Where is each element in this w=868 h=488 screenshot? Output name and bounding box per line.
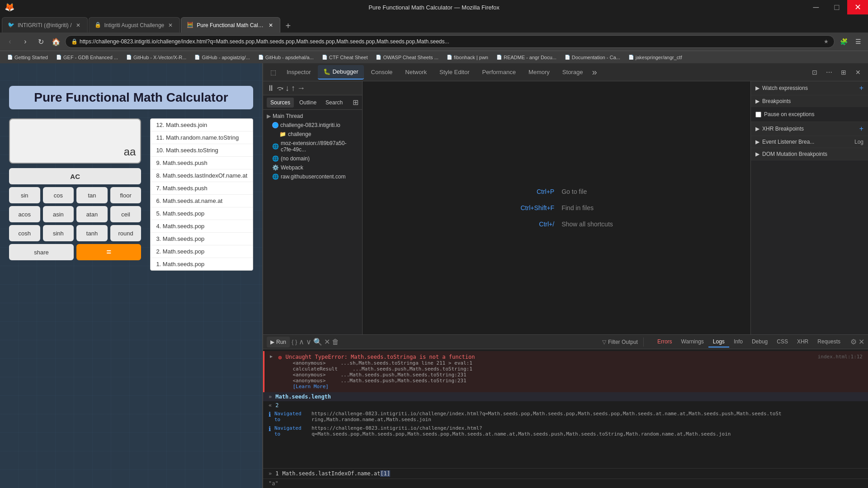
dropdown-item-1[interactable]: 1. Math.seeds.pop — [151, 258, 253, 270]
search-console-icon[interactable]: 🔍 — [313, 338, 322, 346]
watch-expressions-header[interactable]: ▶ Watch expressions + — [751, 81, 868, 95]
bookmark-gef[interactable]: 📄 GEF - GDB Enhanced ... — [52, 52, 122, 62]
clear-console-button[interactable]: ✕ — [324, 338, 330, 346]
arrow-down-icon[interactable]: ∨ — [306, 338, 311, 346]
tree-no-domain[interactable]: 🌐 (no domain) — [263, 154, 362, 163]
dropdown-item-10[interactable]: 10. Math.seeds.toString — [151, 144, 253, 157]
step-out-button[interactable]: ↑ — [291, 84, 295, 93]
tree-challenge-folder[interactable]: 📁 challenge — [263, 130, 362, 139]
tab-calculator[interactable]: 🧮 Pure Functional Math Calc... ✕ — [181, 17, 280, 33]
tree-moz-extension[interactable]: 🌐 moz-extension://89b97a50-c7fe-49c... — [263, 139, 362, 154]
atan-button[interactable]: atan — [76, 206, 108, 222]
console-tab-logs[interactable]: Logs — [708, 337, 729, 347]
tab-close-3[interactable]: ✕ — [267, 22, 274, 29]
dom-mutation-header[interactable]: ▶ DOM Mutation Breakpoints — [751, 148, 868, 160]
bookmark-github-apog[interactable]: 📄 GitHub - apogiatzig/... — [191, 52, 253, 62]
sinh-button[interactable]: sinh — [43, 225, 74, 241]
error-expand-icon[interactable]: ▶ — [270, 354, 273, 359]
console-settings-icon[interactable]: ⚙ — [850, 338, 857, 346]
sources-tab-sources[interactable]: Sources — [267, 98, 294, 108]
add-watch-button[interactable]: + — [859, 84, 863, 92]
dropdown-item-5[interactable]: 5. Math.seeds.pop — [151, 207, 253, 220]
tab-intigriti[interactable]: 🐦 INTIGRITI (@intigriti) / ✕ — [2, 17, 88, 33]
cosh-button[interactable]: cosh — [9, 225, 40, 241]
event-listener-header[interactable]: ▶ Event Listener Brea... Log — [751, 136, 868, 148]
console-tab-debug[interactable]: Debug — [747, 337, 772, 347]
dock-icon[interactable]: ⊞ — [837, 66, 850, 79]
back-button[interactable]: ‹ — [4, 35, 16, 48]
bookmark-ctf[interactable]: 📄 CTF Cheat Sheet — [318, 52, 372, 62]
console-tab-info[interactable]: Info — [729, 337, 747, 347]
tab-memory[interactable]: Memory — [523, 65, 555, 80]
step-in-button[interactable]: ↓ — [285, 84, 289, 93]
tab-august[interactable]: 🔒 Intigriti August Challenge ✕ — [89, 17, 180, 33]
step-over-button[interactable]: ⤼ — [277, 83, 283, 93]
dropdown-item-8[interactable]: 8. Math.seeds.lastIndexOf.name.at — [151, 169, 253, 182]
console-input-line[interactable]: » 1 Math.seeds.lastIndexOf.name.at[1] — [263, 468, 868, 479]
asin-button[interactable]: asin — [43, 206, 74, 222]
dropdown-item-2[interactable]: 2. Math.seeds.pop — [151, 245, 253, 258]
home-button[interactable]: 🏠 — [50, 35, 62, 48]
bookmark-jakespringer[interactable]: 📄 jakespringer/angr_ctf — [625, 52, 686, 62]
dropdown-item-12[interactable]: 12. Math.seeds.join — [151, 119, 253, 131]
tab-close-2[interactable]: ✕ — [167, 22, 174, 29]
dropdown-item-7[interactable]: 7. Math.seeds.push — [151, 182, 253, 195]
run-button[interactable]: ▶ Run — [267, 337, 290, 347]
tanh-button[interactable]: tanh — [76, 225, 108, 241]
tab-inspector[interactable]: Inspector — [281, 65, 316, 80]
tab-close-1[interactable]: ✕ — [75, 22, 82, 29]
bookmark-docs-ca[interactable]: 📄 Documentation - Ca... — [561, 52, 624, 62]
maximize-button[interactable]: □ — [826, 0, 847, 14]
xhr-breakpoints-header[interactable]: ▶ XHR Breakpoints + — [751, 122, 868, 136]
sources-tab-search[interactable]: Search — [322, 98, 346, 108]
bookmark-getting-started[interactable]: 📄 Getting Started — [4, 52, 52, 62]
sources-tab-outline[interactable]: Outline — [296, 98, 320, 108]
console-tab-css[interactable]: CSS — [772, 337, 793, 347]
console-tab-requests[interactable]: Requests — [813, 337, 845, 347]
tree-challenge-domain[interactable]: 🌐 challenge-0823.intigriti.io — [263, 121, 362, 130]
tree-raw-github[interactable]: 🌐 raw.githubusercontent.com — [263, 172, 362, 181]
pause-on-exceptions-checkbox[interactable] — [755, 112, 761, 117]
tab-debugger[interactable]: 🐛 Debugger — [318, 65, 363, 80]
bookmark-owasp[interactable]: 📄 OWASP Cheat Sheets ... — [372, 52, 442, 62]
share-button[interactable]: share — [9, 244, 74, 260]
tab-performance[interactable]: Performance — [476, 65, 521, 80]
forward-button[interactable]: › — [19, 35, 32, 48]
tab-style-editor[interactable]: Style Editor — [434, 65, 475, 80]
new-tab-button[interactable]: + — [281, 19, 295, 33]
brackets-icon[interactable]: { } — [292, 338, 297, 345]
ceil-button[interactable]: ceil — [110, 206, 142, 222]
close-button[interactable]: ✕ — [847, 0, 868, 14]
minimize-button[interactable]: ─ — [806, 0, 826, 14]
devtools-inspect-icon[interactable]: ⬚ — [267, 66, 279, 79]
round-button[interactable]: round — [110, 225, 142, 241]
console-tab-warnings[interactable]: Warnings — [677, 337, 708, 347]
tab-console[interactable]: Console — [366, 65, 398, 80]
bookmark-readme-angr[interactable]: 📄 README - angr Docu... — [493, 52, 560, 62]
dropdown-item-11[interactable]: 11. Math.random.name.toString — [151, 131, 253, 144]
extensions-button[interactable]: 🧩 — [837, 35, 850, 48]
settings-icon[interactable]: ⋯ — [823, 66, 835, 79]
menu-button[interactable]: ☰ — [852, 35, 864, 48]
floor-button[interactable]: floor — [110, 187, 142, 203]
tab-storage[interactable]: Storage — [557, 65, 589, 80]
bookmark-fibonhack[interactable]: 📄 fibonhack | pwn — [443, 52, 492, 62]
console-close-button[interactable]: ✕ — [859, 338, 864, 346]
learn-more-link[interactable]: [Learn More] — [292, 384, 475, 389]
pause-button[interactable]: ⏸ — [267, 84, 275, 93]
cos-button[interactable]: cos — [43, 187, 74, 203]
bookmark-github-aps[interactable]: 📄 GitHub - apsdehal/a... — [255, 52, 317, 62]
console-tab-errors[interactable]: Errors — [653, 337, 677, 347]
add-xhr-button[interactable]: + — [859, 125, 863, 133]
step-button[interactable]: → — [297, 84, 305, 93]
responsive-design-icon[interactable]: ⊡ — [808, 66, 821, 79]
dropdown-item-4[interactable]: 4. Math.seeds.pop — [151, 220, 253, 233]
console-tab-xhr[interactable]: XHR — [793, 337, 813, 347]
bookmark-github-xvector[interactable]: 📄 GitHub - X-Vector/X-R... — [123, 52, 190, 62]
tan-button[interactable]: tan — [76, 187, 108, 203]
url-bar[interactable]: 🔒 https://challenge-0823.intigriti.io/ch… — [65, 35, 835, 48]
more-tools-button[interactable]: » — [592, 67, 597, 77]
sin-button[interactable]: sin — [9, 187, 40, 203]
breakpoints-header[interactable]: ▶ Breakpoints — [751, 95, 868, 107]
close-devtools-button[interactable]: ✕ — [852, 66, 864, 79]
